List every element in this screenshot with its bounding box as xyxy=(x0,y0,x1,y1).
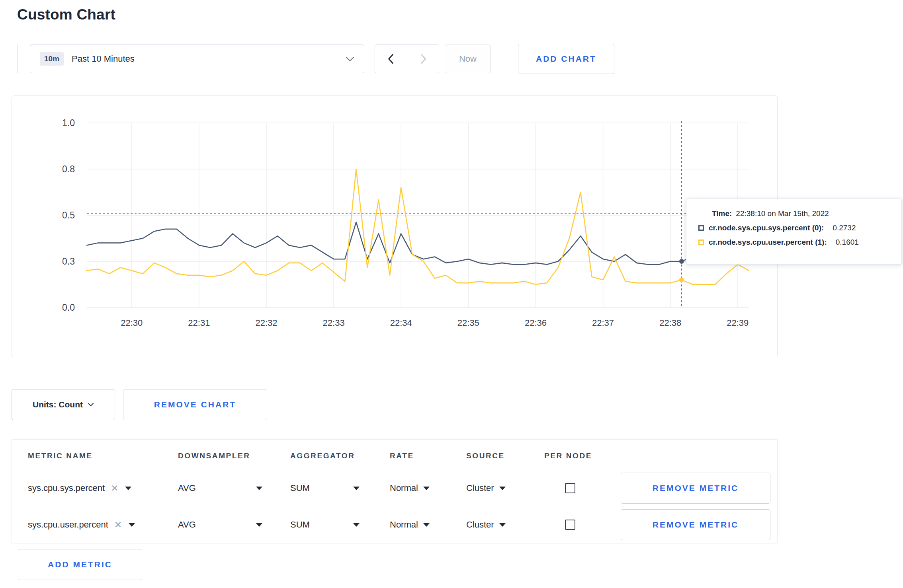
col-header-source: SOURCE xyxy=(466,452,544,460)
svg-text:22:39: 22:39 xyxy=(727,318,749,328)
svg-text:0.3: 0.3 xyxy=(62,256,75,267)
svg-text:22:32: 22:32 xyxy=(255,318,277,328)
chevron-down-icon xyxy=(346,56,354,62)
svg-text:0.5: 0.5 xyxy=(62,210,75,220)
metric-name-value[interactable]: sys.cpu.sys.percent xyxy=(28,483,105,493)
metric-name-value[interactable]: sys.cpu.user.percent xyxy=(28,520,108,530)
downsampler-select[interactable]: AVG xyxy=(178,483,262,493)
svg-text:1.0: 1.0 xyxy=(62,118,75,128)
source-select[interactable]: Cluster xyxy=(466,483,506,493)
custom-chart-page: Custom Chart 10m Past 10 Minutes Now A xyxy=(0,0,903,588)
svg-text:22:38: 22:38 xyxy=(659,318,681,328)
rate-value: Normal xyxy=(390,520,418,530)
toolbar: 10m Past 10 Minutes Now ADD CHART xyxy=(17,44,903,74)
caret-down-icon[interactable] xyxy=(129,523,135,527)
caret-down-icon xyxy=(353,487,360,490)
time-range-select[interactable]: 10m Past 10 Minutes xyxy=(30,45,364,73)
time-range-label: Past 10 Minutes xyxy=(72,54,135,64)
per-node-checkbox[interactable] xyxy=(565,520,575,530)
svg-text:0.0: 0.0 xyxy=(62,302,75,313)
downsampler-select[interactable]: AVG xyxy=(178,520,262,530)
caret-down-icon xyxy=(499,523,506,527)
metric-name-select[interactable]: sys.cpu.sys.percent ✕ xyxy=(28,483,178,493)
time-nav xyxy=(375,45,439,73)
tooltip-series-label: cr.node.sys.cpu.user.percent (1): xyxy=(709,238,827,247)
tooltip-time-label: Time: xyxy=(712,209,732,218)
units-select[interactable]: Units: Count xyxy=(12,389,115,420)
col-header-aggregator: AGGREGATOR xyxy=(290,452,390,460)
aggregator-value: SUM xyxy=(290,483,310,493)
metrics-table: METRIC NAME DOWNSAMPLER AGGREGATOR RATE … xyxy=(12,439,778,543)
clear-metric-icon[interactable]: ✕ xyxy=(114,520,122,530)
source-value: Cluster xyxy=(466,483,494,493)
col-header-downsampler: DOWNSAMPLER xyxy=(178,452,290,460)
svg-text:22:31: 22:31 xyxy=(188,318,210,328)
caret-down-icon xyxy=(256,487,262,490)
prev-time-button[interactable] xyxy=(375,45,407,73)
caret-down-icon xyxy=(423,487,430,490)
caret-down-icon xyxy=(256,523,262,527)
downsampler-value: AVG xyxy=(178,520,196,530)
next-time-button[interactable] xyxy=(407,45,439,73)
downsampler-value: AVG xyxy=(178,483,196,493)
units-label: Units: Count xyxy=(33,400,83,409)
metric-row: sys.cpu.user.percent ✕ AVG SUM Normal Cl… xyxy=(28,506,771,543)
toolbar-divider xyxy=(17,45,18,73)
rate-select[interactable]: Normal xyxy=(390,483,430,493)
add-metric-button[interactable]: ADD METRIC xyxy=(18,549,142,580)
chevron-right-icon xyxy=(418,53,428,65)
svg-text:22:30: 22:30 xyxy=(121,318,143,328)
caret-down-icon[interactable] xyxy=(125,487,131,490)
chart-tooltip: Time:22:38:10 on Mar 15th, 2022 cr.node.… xyxy=(686,199,902,265)
col-header-rate: RATE xyxy=(390,452,466,460)
tooltip-series-value: 0.1601 xyxy=(836,238,859,247)
metrics-table-header: METRIC NAME DOWNSAMPLER AGGREGATOR RATE … xyxy=(28,452,771,470)
remove-metric-button[interactable]: REMOVE METRIC xyxy=(621,509,770,540)
add-chart-button[interactable]: ADD CHART xyxy=(518,44,614,74)
chevron-left-icon xyxy=(386,53,396,65)
tooltip-time: Time:22:38:10 on Mar 15th, 2022 xyxy=(712,209,889,218)
now-button[interactable]: Now xyxy=(445,45,491,73)
svg-text:22:36: 22:36 xyxy=(525,318,547,328)
aggregator-value: SUM xyxy=(290,520,310,530)
source-value: Cluster xyxy=(466,520,494,530)
chart-card: 0.00.30.50.81.022:3022:3122:3222:3322:34… xyxy=(12,95,778,357)
tooltip-time-value: 22:38:10 on Mar 15th, 2022 xyxy=(736,209,829,218)
svg-text:22:35: 22:35 xyxy=(457,318,479,328)
svg-text:22:34: 22:34 xyxy=(390,318,412,328)
rate-value: Normal xyxy=(390,483,418,493)
caret-down-icon xyxy=(499,487,506,490)
metric-name-select[interactable]: sys.cpu.user.percent ✕ xyxy=(28,520,178,530)
caret-down-icon xyxy=(423,523,430,527)
chart-controls: Units: Count REMOVE CHART xyxy=(12,389,903,420)
chevron-down-icon xyxy=(88,403,94,407)
chart-svg[interactable]: 0.00.30.50.81.022:3022:3122:3222:3322:34… xyxy=(12,96,777,356)
clear-metric-icon[interactable]: ✕ xyxy=(111,484,118,493)
series-swatch-user-icon xyxy=(698,239,704,245)
per-node-checkbox[interactable] xyxy=(565,483,575,493)
col-header-metric-name: METRIC NAME xyxy=(28,452,178,460)
source-select[interactable]: Cluster xyxy=(466,520,506,530)
svg-text:22:33: 22:33 xyxy=(323,318,345,328)
tooltip-series-row: cr.node.sys.cpu.sys.percent (0): 0.2732 xyxy=(698,224,889,232)
remove-chart-button[interactable]: REMOVE CHART xyxy=(123,389,267,420)
aggregator-select[interactable]: SUM xyxy=(290,483,360,493)
svg-text:22:37: 22:37 xyxy=(592,318,614,328)
rate-select[interactable]: Normal xyxy=(390,520,430,530)
col-header-per-node: PER NODE xyxy=(544,452,621,460)
metric-row: sys.cpu.sys.percent ✕ AVG SUM Normal Clu… xyxy=(28,470,771,506)
caret-down-icon xyxy=(353,523,360,527)
page-title: Custom Chart xyxy=(17,6,903,23)
remove-metric-button[interactable]: REMOVE METRIC xyxy=(621,473,770,504)
tooltip-series-label: cr.node.sys.cpu.sys.percent (0): xyxy=(709,224,824,232)
series-swatch-sys-icon xyxy=(698,225,704,231)
tooltip-series-row: cr.node.sys.cpu.user.percent (1): 0.1601 xyxy=(698,238,889,247)
aggregator-select[interactable]: SUM xyxy=(290,520,360,530)
svg-text:0.8: 0.8 xyxy=(62,164,75,174)
time-range-badge: 10m xyxy=(40,52,64,66)
tooltip-series-value: 0.2732 xyxy=(833,224,856,232)
